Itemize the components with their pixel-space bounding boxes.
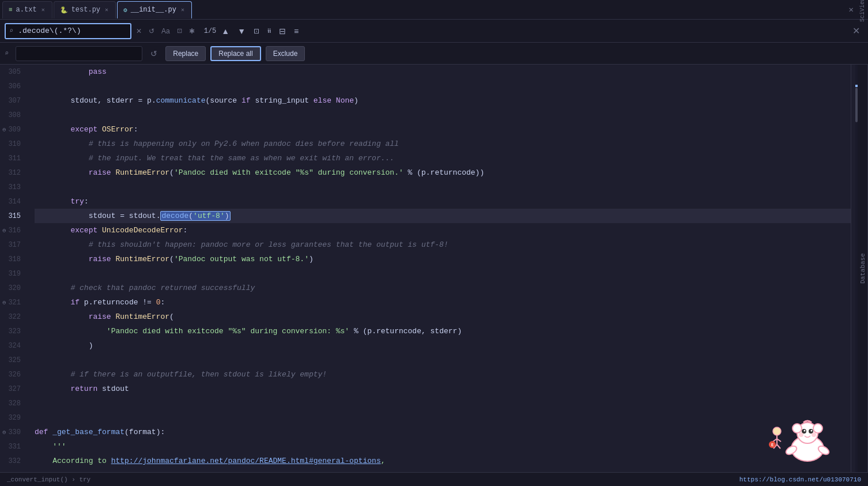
gutter-row-320: 320 [2, 281, 25, 295]
linenum-315: 315 [8, 212, 21, 220]
wrap-btn[interactable]: ⊡ [251, 25, 262, 37]
code-line-312: raise RuntimeError('Pandoc died with exi… [35, 165, 851, 180]
fold-316[interactable]: ⊖ [2, 227, 6, 234]
replace-icon: ⌕ [5, 49, 9, 58]
regex-btn[interactable]: ✱ [187, 26, 197, 36]
tab-test-py[interactable]: 🐍 test.py ✕ [54, 1, 116, 18]
tab-close-test-py[interactable]: ✕ [104, 6, 110, 14]
gutter-row-325: 325 [2, 353, 25, 367]
replace-input[interactable] [20, 49, 135, 58]
fold-309[interactable]: ⊖ [2, 126, 6, 133]
linenum-327: 327 [8, 385, 21, 393]
search-input[interactable] [18, 27, 104, 35]
tab-init-py[interactable]: ⚙ __init__.py ✕ [117, 1, 192, 18]
code-line-315: stdout = stdout.decode('utf-8') [35, 209, 851, 223]
global-close-btn[interactable]: ✕ [846, 3, 857, 16]
more-btn[interactable]: ≡ [291, 25, 301, 37]
tab-close-a-txt[interactable]: ✕ [40, 6, 46, 14]
refresh-search-btn[interactable]: ↺ [146, 26, 157, 36]
replace-all-button[interactable]: Replace all [210, 46, 261, 61]
code-line-326: # if there is an outputfile, then stdout… [35, 367, 851, 382]
linenum-308: 308 [8, 111, 21, 119]
line-gutter: 305 306 307 308 ⊖ 309 310 [0, 65, 30, 472]
database-panel-label[interactable]: Database [858, 65, 868, 472]
side-label: SciView [859, 0, 866, 22]
code-line-308 [35, 108, 851, 122]
code-line-328 [35, 396, 851, 410]
gutter-row-330: ⊖ 330 [2, 425, 25, 439]
linenum-328: 328 [8, 400, 21, 408]
fold-330[interactable]: ⊖ [2, 429, 6, 436]
gutter-row-324: 324 [2, 338, 25, 353]
code-line-306 [35, 79, 851, 93]
replace-button[interactable]: Replace [165, 46, 206, 61]
gutter-row-310: 310 [2, 137, 25, 151]
code-line-307: stdout, stderr = p.communicate(source if… [35, 93, 851, 108]
code-line-316: except UnicodeDecodeError: [35, 223, 851, 238]
code-line-318: raise RuntimeError('Pandoc output was no… [35, 252, 851, 266]
code-editor[interactable]: pass stdout, stderr = p.communicate(sour… [30, 65, 851, 472]
exclude-button[interactable]: Exclude [266, 46, 305, 61]
gutter-row-308: 308 [2, 108, 25, 122]
replace-refresh-btn[interactable]: ↺ [147, 48, 161, 59]
linenum-307: 307 [8, 97, 21, 105]
gutter-row-305: 305 [2, 65, 25, 79]
gutter-row-312: 312 [2, 165, 25, 180]
tab-label-test-py: test.py [71, 6, 100, 14]
close-search-btn[interactable]: ✕ [849, 24, 863, 37]
code-line-305: pass [35, 65, 851, 79]
linenum-319: 319 [8, 270, 21, 278]
gutter-row-317: 317 [2, 238, 25, 252]
linenum-305: 305 [8, 68, 21, 76]
code-line-324: ) [35, 338, 851, 353]
url-label[interactable]: https://blog.csdn.net/u013070710 [739, 476, 861, 483]
tab-label-a-txt: a.txt [16, 6, 37, 14]
linenum-316: 316 [8, 227, 21, 235]
search-input-container: ⌕ [5, 23, 131, 39]
gutter-row-331: 331 [2, 439, 25, 454]
linenum-332: 332 [8, 457, 21, 465]
code-line-311: # the input. We treat that the same as w… [35, 151, 851, 165]
match-case-btn2[interactable]: 𝖎𝖎 [265, 25, 274, 36]
scroll-track[interactable] [851, 65, 858, 472]
next-match-btn[interactable]: ▼ [235, 25, 248, 37]
filter-btn[interactable]: ⊟ [276, 25, 289, 37]
tab-close-init-py[interactable]: ✕ [180, 6, 186, 14]
code-line-309: except OSError: [35, 122, 851, 137]
prev-match-btn[interactable]: ▲ [218, 25, 232, 37]
code-line-317: # this shouldn't happen: pandoc more or … [35, 238, 851, 252]
regex-match-315: decode('utf-8') [160, 211, 230, 221]
code-line-320: # check that pandoc returned successfull… [35, 281, 851, 295]
linenum-326: 326 [8, 371, 21, 379]
linenum-330: 330 [8, 428, 21, 436]
gutter-row-322: 322 [2, 310, 25, 324]
gutter-row-327: 327 [2, 382, 25, 396]
status-right: https://blog.csdn.net/u013070710 [739, 476, 861, 483]
linenum-318: 318 [8, 255, 21, 263]
word-btn[interactable]: ⊡ [175, 26, 184, 36]
gutter-row-309: ⊖ 309 [2, 122, 25, 137]
gutter-row-307: 307 [2, 93, 25, 108]
status-bar: _convert_input() › try https://blog.csdn… [0, 472, 868, 486]
clear-search-btn[interactable]: ✕ [134, 26, 144, 36]
fold-321[interactable]: ⊖ [2, 299, 6, 306]
case-sensitive-btn[interactable]: Aa [159, 26, 172, 36]
code-line-329 [35, 410, 851, 425]
gutter-row-311: 311 [2, 151, 25, 165]
replace-bar: ⌕ ↺ Replace Replace all Exclude [0, 43, 868, 65]
gutter-row-315: 315 [2, 209, 25, 223]
search-bar: ⌕ ✕ ↺ Aa ⊡ ✱ 1/5 ▲ ▼ ⊡ 𝖎𝖎 ⊟ ≡ ✕ [0, 20, 868, 43]
py-icon: 🐍 [60, 6, 68, 14]
code-line-310: # this is happening only on Py2.6 when p… [35, 137, 851, 151]
tab-a-txt[interactable]: ≡ a.txt ✕ [2, 1, 52, 18]
code-line-330: def _get_base_format(format): [35, 425, 851, 439]
code-line-319 [35, 266, 851, 281]
txt-icon: ≡ [9, 6, 13, 13]
gutter-row-319: 319 [2, 266, 25, 281]
gutter-row-316: ⊖ 316 [2, 223, 25, 238]
editor-container: 305 306 307 308 ⊖ 309 310 [0, 65, 868, 472]
linenum-321: 321 [8, 299, 21, 307]
code-line-331: ''' [35, 439, 851, 454]
linenum-314: 314 [8, 198, 21, 206]
gutter-row-313: 313 [2, 180, 25, 194]
